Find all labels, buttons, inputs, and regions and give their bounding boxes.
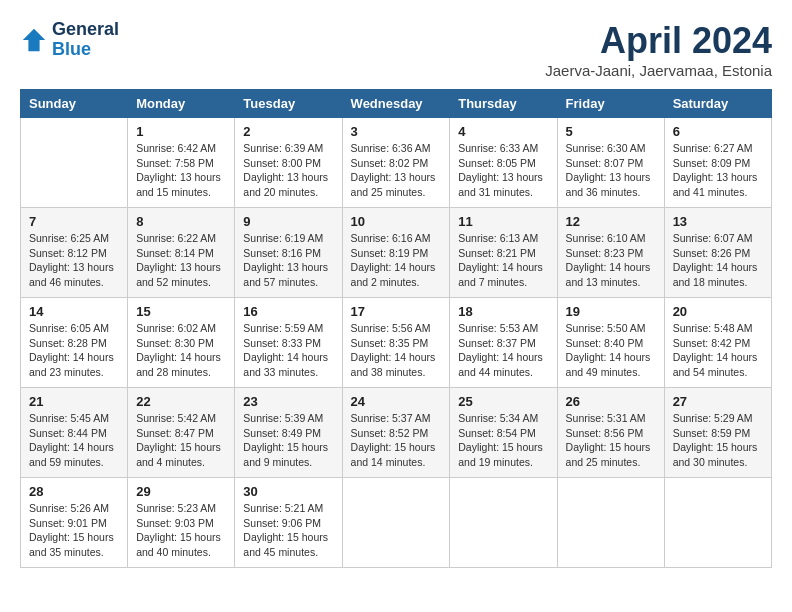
- calendar-cell: 9Sunrise: 6:19 AM Sunset: 8:16 PM Daylig…: [235, 208, 342, 298]
- day-of-week-header: Friday: [557, 90, 664, 118]
- day-number: 10: [351, 214, 442, 229]
- day-info: Sunrise: 6:16 AM Sunset: 8:19 PM Dayligh…: [351, 231, 442, 290]
- day-info: Sunrise: 5:21 AM Sunset: 9:06 PM Dayligh…: [243, 501, 333, 560]
- day-info: Sunrise: 6:13 AM Sunset: 8:21 PM Dayligh…: [458, 231, 548, 290]
- calendar-cell: 8Sunrise: 6:22 AM Sunset: 8:14 PM Daylig…: [128, 208, 235, 298]
- calendar-cell: [664, 478, 771, 568]
- day-number: 23: [243, 394, 333, 409]
- day-info: Sunrise: 5:34 AM Sunset: 8:54 PM Dayligh…: [458, 411, 548, 470]
- day-info: Sunrise: 5:42 AM Sunset: 8:47 PM Dayligh…: [136, 411, 226, 470]
- day-of-week-header: Tuesday: [235, 90, 342, 118]
- day-number: 17: [351, 304, 442, 319]
- day-info: Sunrise: 6:42 AM Sunset: 7:58 PM Dayligh…: [136, 141, 226, 200]
- calendar-cell: 5Sunrise: 6:30 AM Sunset: 8:07 PM Daylig…: [557, 118, 664, 208]
- day-info: Sunrise: 5:29 AM Sunset: 8:59 PM Dayligh…: [673, 411, 763, 470]
- calendar-cell: 6Sunrise: 6:27 AM Sunset: 8:09 PM Daylig…: [664, 118, 771, 208]
- day-info: Sunrise: 6:33 AM Sunset: 8:05 PM Dayligh…: [458, 141, 548, 200]
- day-of-week-header: Sunday: [21, 90, 128, 118]
- day-number: 4: [458, 124, 548, 139]
- calendar-week-row: 28Sunrise: 5:26 AM Sunset: 9:01 PM Dayli…: [21, 478, 772, 568]
- calendar-cell: 17Sunrise: 5:56 AM Sunset: 8:35 PM Dayli…: [342, 298, 450, 388]
- calendar-cell: [450, 478, 557, 568]
- day-number: 1: [136, 124, 226, 139]
- day-info: Sunrise: 6:36 AM Sunset: 8:02 PM Dayligh…: [351, 141, 442, 200]
- day-number: 9: [243, 214, 333, 229]
- day-info: Sunrise: 6:39 AM Sunset: 8:00 PM Dayligh…: [243, 141, 333, 200]
- day-info: Sunrise: 6:10 AM Sunset: 8:23 PM Dayligh…: [566, 231, 656, 290]
- logo-blue: Blue: [52, 39, 91, 59]
- day-number: 24: [351, 394, 442, 409]
- day-number: 26: [566, 394, 656, 409]
- day-info: Sunrise: 5:39 AM Sunset: 8:49 PM Dayligh…: [243, 411, 333, 470]
- calendar-cell: 27Sunrise: 5:29 AM Sunset: 8:59 PM Dayli…: [664, 388, 771, 478]
- calendar-cell: 12Sunrise: 6:10 AM Sunset: 8:23 PM Dayli…: [557, 208, 664, 298]
- day-number: 12: [566, 214, 656, 229]
- calendar-header-row: SundayMondayTuesdayWednesdayThursdayFrid…: [21, 90, 772, 118]
- day-info: Sunrise: 5:37 AM Sunset: 8:52 PM Dayligh…: [351, 411, 442, 470]
- calendar-cell: 20Sunrise: 5:48 AM Sunset: 8:42 PM Dayli…: [664, 298, 771, 388]
- day-info: Sunrise: 6:07 AM Sunset: 8:26 PM Dayligh…: [673, 231, 763, 290]
- day-number: 29: [136, 484, 226, 499]
- calendar-cell: 10Sunrise: 6:16 AM Sunset: 8:19 PM Dayli…: [342, 208, 450, 298]
- day-info: Sunrise: 5:31 AM Sunset: 8:56 PM Dayligh…: [566, 411, 656, 470]
- logo: General Blue: [20, 20, 119, 60]
- day-number: 8: [136, 214, 226, 229]
- location: Jaerva-Jaani, Jaervamaa, Estonia: [545, 62, 772, 79]
- calendar-week-row: 7Sunrise: 6:25 AM Sunset: 8:12 PM Daylig…: [21, 208, 772, 298]
- day-number: 3: [351, 124, 442, 139]
- calendar-cell: 21Sunrise: 5:45 AM Sunset: 8:44 PM Dayli…: [21, 388, 128, 478]
- day-number: 22: [136, 394, 226, 409]
- calendar-cell: [21, 118, 128, 208]
- day-of-week-header: Wednesday: [342, 90, 450, 118]
- day-info: Sunrise: 6:27 AM Sunset: 8:09 PM Dayligh…: [673, 141, 763, 200]
- day-info: Sunrise: 6:30 AM Sunset: 8:07 PM Dayligh…: [566, 141, 656, 200]
- day-number: 2: [243, 124, 333, 139]
- calendar-cell: 2Sunrise: 6:39 AM Sunset: 8:00 PM Daylig…: [235, 118, 342, 208]
- calendar-week-row: 1Sunrise: 6:42 AM Sunset: 7:58 PM Daylig…: [21, 118, 772, 208]
- day-info: Sunrise: 5:23 AM Sunset: 9:03 PM Dayligh…: [136, 501, 226, 560]
- logo-text: General Blue: [52, 20, 119, 60]
- svg-marker-0: [23, 29, 45, 51]
- calendar-cell: 22Sunrise: 5:42 AM Sunset: 8:47 PM Dayli…: [128, 388, 235, 478]
- day-info: Sunrise: 6:25 AM Sunset: 8:12 PM Dayligh…: [29, 231, 119, 290]
- calendar-cell: 16Sunrise: 5:59 AM Sunset: 8:33 PM Dayli…: [235, 298, 342, 388]
- day-number: 18: [458, 304, 548, 319]
- calendar-cell: 1Sunrise: 6:42 AM Sunset: 7:58 PM Daylig…: [128, 118, 235, 208]
- day-info: Sunrise: 5:26 AM Sunset: 9:01 PM Dayligh…: [29, 501, 119, 560]
- day-number: 13: [673, 214, 763, 229]
- day-number: 14: [29, 304, 119, 319]
- page-header: General Blue April 2024 Jaerva-Jaani, Ja…: [20, 20, 772, 79]
- day-info: Sunrise: 5:45 AM Sunset: 8:44 PM Dayligh…: [29, 411, 119, 470]
- calendar-cell: 11Sunrise: 6:13 AM Sunset: 8:21 PM Dayli…: [450, 208, 557, 298]
- day-of-week-header: Thursday: [450, 90, 557, 118]
- calendar-cell: 29Sunrise: 5:23 AM Sunset: 9:03 PM Dayli…: [128, 478, 235, 568]
- day-number: 19: [566, 304, 656, 319]
- calendar-cell: [557, 478, 664, 568]
- day-number: 28: [29, 484, 119, 499]
- calendar-cell: 26Sunrise: 5:31 AM Sunset: 8:56 PM Dayli…: [557, 388, 664, 478]
- calendar-week-row: 14Sunrise: 6:05 AM Sunset: 8:28 PM Dayli…: [21, 298, 772, 388]
- day-number: 16: [243, 304, 333, 319]
- day-info: Sunrise: 6:19 AM Sunset: 8:16 PM Dayligh…: [243, 231, 333, 290]
- calendar-cell: 13Sunrise: 6:07 AM Sunset: 8:26 PM Dayli…: [664, 208, 771, 298]
- day-number: 21: [29, 394, 119, 409]
- calendar-table: SundayMondayTuesdayWednesdayThursdayFrid…: [20, 89, 772, 568]
- day-number: 5: [566, 124, 656, 139]
- day-info: Sunrise: 6:05 AM Sunset: 8:28 PM Dayligh…: [29, 321, 119, 380]
- calendar-cell: 15Sunrise: 6:02 AM Sunset: 8:30 PM Dayli…: [128, 298, 235, 388]
- day-info: Sunrise: 6:02 AM Sunset: 8:30 PM Dayligh…: [136, 321, 226, 380]
- calendar-cell: 3Sunrise: 6:36 AM Sunset: 8:02 PM Daylig…: [342, 118, 450, 208]
- logo-icon: [20, 26, 48, 54]
- day-of-week-header: Saturday: [664, 90, 771, 118]
- day-number: 25: [458, 394, 548, 409]
- calendar-cell: 19Sunrise: 5:50 AM Sunset: 8:40 PM Dayli…: [557, 298, 664, 388]
- calendar-cell: 18Sunrise: 5:53 AM Sunset: 8:37 PM Dayli…: [450, 298, 557, 388]
- calendar-cell: 30Sunrise: 5:21 AM Sunset: 9:06 PM Dayli…: [235, 478, 342, 568]
- day-number: 6: [673, 124, 763, 139]
- title-block: April 2024 Jaerva-Jaani, Jaervamaa, Esto…: [545, 20, 772, 79]
- calendar-cell: 28Sunrise: 5:26 AM Sunset: 9:01 PM Dayli…: [21, 478, 128, 568]
- calendar-cell: 24Sunrise: 5:37 AM Sunset: 8:52 PM Dayli…: [342, 388, 450, 478]
- day-info: Sunrise: 5:50 AM Sunset: 8:40 PM Dayligh…: [566, 321, 656, 380]
- calendar-cell: 7Sunrise: 6:25 AM Sunset: 8:12 PM Daylig…: [21, 208, 128, 298]
- logo-general: General: [52, 19, 119, 39]
